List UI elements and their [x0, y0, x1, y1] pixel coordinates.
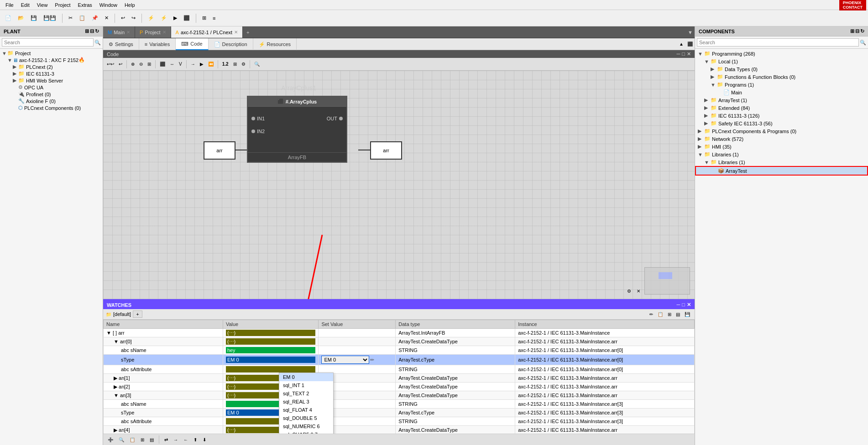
comp-refresh[interactable]: ↻ — [860, 28, 864, 34]
table-row[interactable]: ▶ an[4] (⋯) ArrayTest.CreateDataType axc… — [104, 426, 695, 434]
code-tb-step[interactable]: → — [189, 61, 197, 67]
toolbar-undo[interactable]: ↩ — [119, 14, 127, 22]
code-window-maximize[interactable]: □ — [682, 51, 685, 57]
watches-bottom-arrows[interactable]: ⇄ — [162, 436, 170, 443]
code-tb-grid-toggle[interactable]: ⊞ — [231, 61, 239, 67]
row-setvalue[interactable]: EM 0 sql_INT 1 sql_TEXT 2 sql_REAL 3 sql… — [319, 355, 396, 365]
stype-edit-icon[interactable]: ✏ — [370, 357, 374, 363]
comp-item-main[interactable]: ▶ 📄 Main — [695, 88, 868, 96]
watches-bottom-add[interactable]: ➕ — [106, 436, 115, 443]
code-tb-fit[interactable]: ⊞ — [146, 61, 153, 67]
comp-item-hmi[interactable]: ▶ 📁 HMI (35) — [695, 143, 868, 150]
comp-expand-all[interactable]: ⊟ — [855, 28, 859, 34]
tab-axc-close[interactable]: ✕ — [234, 30, 238, 35]
tree-toggle-axc[interactable]: ▼ — [7, 57, 13, 63]
menu-file[interactable]: File — [2, 0, 17, 10]
comp-expand-hmi[interactable]: ▶ — [698, 144, 704, 150]
dropdown-item-sqlchar50[interactable]: sql_CHAR5 0 7 — [279, 430, 333, 434]
dropdown-item-sqlint1[interactable]: sql_INT 1 — [279, 381, 333, 389]
tree-item-profinet[interactable]: ▶ 🔌 Profinet (0) — [0, 91, 103, 98]
sub-tab-expand[interactable]: ⬛ — [685, 41, 695, 47]
dropdown-item-sqlreal3[interactable]: sql_REAL 3 — [279, 398, 333, 406]
comp-item-programs[interactable]: ▼ 📁 Programs (1) — [695, 81, 868, 88]
tree-toggle-plcnext[interactable]: ▶ — [13, 64, 18, 70]
sub-tab-settings[interactable]: ⚙ Settings — [103, 38, 139, 50]
table-row[interactable]: ▼ arr[0] (⋯) ArrayTest.CreateDataType ax… — [104, 337, 695, 346]
sub-tab-resources[interactable]: ⚡ Resources — [253, 38, 297, 50]
tab-project[interactable]: P Project ✕ — [135, 26, 171, 38]
menu-help[interactable]: Help — [121, 0, 139, 10]
table-row[interactable]: abc sAttribute STRING axc-f-2152-1 / IEC… — [104, 365, 695, 374]
canvas-gear-btn[interactable]: ⚙ — [625, 288, 633, 295]
components-search-input[interactable] — [697, 38, 859, 47]
canvas-cross-btn[interactable]: ✕ — [635, 288, 642, 295]
comp-item-safety[interactable]: ▶ 📁 Safety IEC 61131-3 (56) — [695, 119, 868, 127]
code-tb-zoom-out[interactable]: ⊖ — [137, 61, 145, 67]
comp-item-iec[interactable]: ▶ 📁 IEC 61131-3 (126) — [695, 112, 868, 119]
watches-bottom-search[interactable]: 🔍 — [117, 436, 126, 443]
tabs-add-btn[interactable]: + — [243, 30, 253, 35]
stype-dropdown[interactable]: EM 0 sql_INT 1 sql_TEXT 2 sql_REAL 3 sql… — [321, 356, 369, 364]
table-row[interactable]: abc sName hey STRING axc-f-2152-1 / IEC … — [104, 346, 695, 355]
plant-collapse-all[interactable]: ⊞ — [85, 28, 89, 34]
comp-item-datatypes[interactable]: ▶ 📁 Data Types (0) — [695, 65, 868, 73]
watches-minimize[interactable]: ─ — [677, 302, 680, 308]
tree-item-plcnext[interactable]: ▶ 📁 PLCnext (2) — [0, 63, 103, 70]
toolbar-cut[interactable]: ✂ — [66, 14, 75, 22]
comp-item-local[interactable]: ▼ 📁 Local (1) — [695, 57, 868, 65]
comp-expand-libraries-folder[interactable]: ▼ — [704, 160, 711, 165]
toolbar-new[interactable]: 📄 — [3, 14, 14, 22]
dropdown-item-sqltext2[interactable]: sql_TEXT 2 — [279, 389, 333, 398]
dropdown-item-sqldouble5[interactable]: sql_DOUBLE 5 — [279, 414, 333, 422]
table-row[interactable]: abc sAttribute STRING axc-f-2152-1 / IEC… — [104, 417, 695, 426]
code-tb-settings[interactable]: ⚙ — [240, 61, 247, 67]
tab-main-close[interactable]: ✕ — [126, 30, 130, 35]
canvas-controls[interactable]: ⚙ ✕ — [625, 288, 642, 295]
comp-item-arraytest[interactable]: ▶ 📁 ArrayTest (1) — [695, 96, 868, 104]
comp-item-libraries-folder[interactable]: ▼ 📁 Libraries (1) — [695, 158, 868, 166]
dropdown-item-sqlfloat4[interactable]: sql_FLOAT 4 — [279, 406, 333, 414]
code-tb-rewind[interactable]: ⏪ — [206, 61, 215, 67]
code-tb-network[interactable]: ⬛ — [158, 61, 167, 67]
comp-item-plcnextcomp[interactable]: ▶ 📁 PLCnext Components & Programs (0) — [695, 127, 868, 135]
code-tb-search[interactable]: 🔍 — [252, 61, 261, 67]
watches-bottom-grid[interactable]: ⊞ — [139, 436, 146, 443]
code-tb-run[interactable]: ▶ — [198, 61, 205, 67]
toolbar-delete[interactable]: ✕ — [102, 14, 111, 22]
watches-bottom-copy[interactable]: 📋 — [128, 436, 137, 443]
code-window-close[interactable]: ✕ — [687, 51, 691, 57]
plant-search-input[interactable] — [2, 38, 94, 47]
toolbar-disconnect[interactable]: ⚡ — [158, 14, 169, 22]
watches-tb-copy[interactable]: 📋 — [656, 311, 665, 318]
table-row[interactable]: ▼ [ ] arr (⋯) ArrayTest.IntArrayFB axc-f… — [104, 329, 695, 337]
watches-tb-save[interactable]: 💾 — [683, 311, 692, 318]
menu-view[interactable]: View — [33, 0, 52, 10]
watches-expand[interactable]: □ — [682, 302, 685, 308]
comp-item-libraries-section[interactable]: ▼ 📁 Libraries (1) — [695, 150, 868, 158]
dropdown-overlay[interactable]: EM 0 sql_INT 1 sql_TEXT 2 sql_REAL 3 sql… — [279, 373, 334, 434]
comp-expand-datatypes[interactable]: ▶ — [711, 66, 717, 72]
toolbar-paste[interactable]: 📌 — [89, 14, 100, 22]
watches-tb-grid[interactable]: ⊞ — [666, 311, 673, 318]
dropdown-item-sqlnumeric6[interactable]: sql_NUMERIC 6 — [279, 422, 333, 430]
comp-item-extended[interactable]: ▶ 📁 Extended (84) — [695, 104, 868, 112]
watches-tb-table[interactable]: ▤ — [674, 311, 682, 318]
tree-toggle-iec[interactable]: ▶ — [13, 71, 18, 77]
toolbar-grid[interactable]: ⊞ — [200, 14, 209, 22]
toolbar-stop[interactable]: ⬛ — [181, 14, 192, 22]
comp-expand-programs[interactable]: ▼ — [711, 82, 717, 88]
code-tb-var[interactable]: V — [177, 61, 184, 67]
tree-item-axioline[interactable]: ▶ 🔧 Axioline F (0) — [0, 98, 103, 104]
table-row[interactable]: sType EM 0 ArrayTest.cType axc-f-2152-1 … — [104, 409, 695, 417]
table-row-stype[interactable]: sType EM 0 EM 0 sql_INT 1 sql_TEXT 2 sq — [104, 355, 695, 365]
toolbar-copy[interactable]: 📋 — [77, 14, 88, 22]
tree-item-project[interactable]: ▼ 📁 Project — [0, 50, 103, 57]
comp-item-arraytest-lib[interactable]: ▶ 📦 ArrayTest — [695, 166, 868, 176]
tree-item-iec[interactable]: ▶ 📁 IEC 61131-3 — [0, 70, 103, 77]
comp-expand-iec[interactable]: ▶ — [704, 113, 711, 119]
toolbar-redo[interactable]: ↪ — [129, 14, 138, 22]
toolbar-layout[interactable]: ≡ — [210, 14, 218, 22]
watches-bottom-forward[interactable]: → — [172, 436, 180, 443]
code-tb-zoom-in[interactable]: ⊕ — [129, 61, 136, 67]
plant-expand-all[interactable]: ⊟ — [90, 28, 94, 34]
